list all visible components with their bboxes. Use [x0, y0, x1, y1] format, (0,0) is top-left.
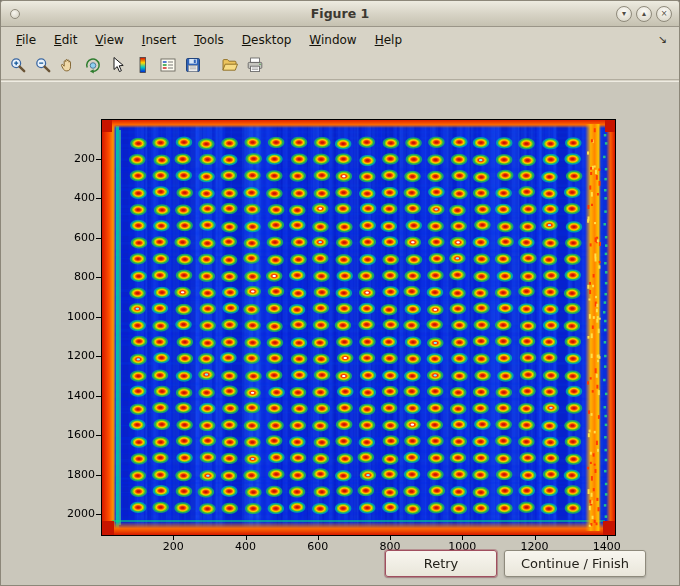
y-tick-label: 400	[51, 191, 95, 204]
insert-legend-icon	[159, 56, 177, 74]
print-button[interactable]	[243, 53, 267, 77]
y-tick-label: 800	[51, 270, 95, 283]
x-tick-mark	[390, 536, 391, 540]
zoom-out-icon	[34, 56, 52, 74]
window-menu-icon[interactable]	[10, 9, 20, 19]
window-controls: ▾▴×	[616, 6, 672, 22]
menu-item-window[interactable]: Window	[300, 29, 365, 51]
rotate-3d-icon	[84, 56, 102, 74]
zoom-in-button[interactable]	[6, 53, 30, 77]
x-tick-mark	[607, 536, 608, 540]
x-tick-label: 200	[151, 540, 195, 553]
rotate-3d-button[interactable]	[81, 53, 105, 77]
window-title: Figure 1	[1, 6, 679, 21]
menu-item-edit[interactable]: Edit	[45, 29, 86, 51]
insert-colorbar-button[interactable]	[131, 53, 155, 77]
maximize-icon: ▴	[642, 10, 646, 18]
pan-button[interactable]	[56, 53, 80, 77]
y-tick-label: 1800	[51, 468, 95, 481]
data-cursor-icon	[109, 56, 127, 74]
maximize-button[interactable]: ▴	[636, 6, 652, 22]
print-icon	[246, 56, 264, 74]
y-tick-label: 1000	[51, 310, 95, 323]
y-tick-label: 2000	[51, 507, 95, 520]
menu-overflow-icon[interactable]: ↘	[652, 33, 673, 46]
y-tick-label: 1600	[51, 428, 95, 441]
y-tick-label: 1400	[51, 389, 95, 402]
y-tick-label: 1200	[51, 349, 95, 362]
menu-item-tools[interactable]: Tools	[185, 29, 233, 51]
menubar: FileEditViewInsertToolsDesktopWindowHelp…	[1, 28, 679, 51]
x-tick-mark	[462, 536, 463, 540]
minimize-icon: ▾	[622, 10, 626, 18]
menu-item-insert[interactable]: Insert	[133, 29, 185, 51]
save-button[interactable]	[181, 53, 205, 77]
menu-item-help[interactable]: Help	[366, 29, 411, 51]
retry-button[interactable]: Retry	[385, 550, 497, 577]
insert-legend-button[interactable]	[156, 53, 180, 77]
minimize-button[interactable]: ▾	[616, 6, 632, 22]
toolbar	[1, 51, 679, 80]
close-button[interactable]: ×	[656, 6, 672, 22]
insert-colorbar-icon	[134, 56, 152, 74]
open-icon	[221, 56, 239, 74]
plate-image-canvas[interactable]	[102, 120, 615, 535]
y-tick-label: 600	[51, 231, 95, 244]
x-tick-mark	[246, 536, 247, 540]
open-button[interactable]	[218, 53, 242, 77]
x-tick-mark	[173, 536, 174, 540]
axes[interactable]	[101, 119, 616, 536]
x-tick-mark	[535, 536, 536, 540]
data-cursor-button[interactable]	[106, 53, 130, 77]
close-icon: ×	[661, 10, 668, 18]
y-tick-label: 200	[51, 152, 95, 165]
pan-icon	[59, 56, 77, 74]
continue-finish-button[interactable]: Continue / Finish	[504, 550, 646, 577]
titlebar[interactable]: Figure 1 ▾▴×	[1, 1, 679, 27]
zoom-in-icon	[9, 56, 27, 74]
zoom-out-button[interactable]	[31, 53, 55, 77]
x-tick-label: 600	[296, 540, 340, 553]
x-tick-label: 400	[224, 540, 268, 553]
menu-item-desktop[interactable]: Desktop	[233, 29, 301, 51]
x-tick-mark	[318, 536, 319, 540]
figure-area: 2004006008001000120014001600180020002004…	[1, 81, 679, 585]
menu-item-file[interactable]: File	[7, 29, 45, 51]
figure-window: Figure 1 ▾▴× FileEditViewInsertToolsDesk…	[0, 0, 680, 586]
menu-item-view[interactable]: View	[86, 29, 132, 51]
save-icon	[184, 56, 202, 74]
